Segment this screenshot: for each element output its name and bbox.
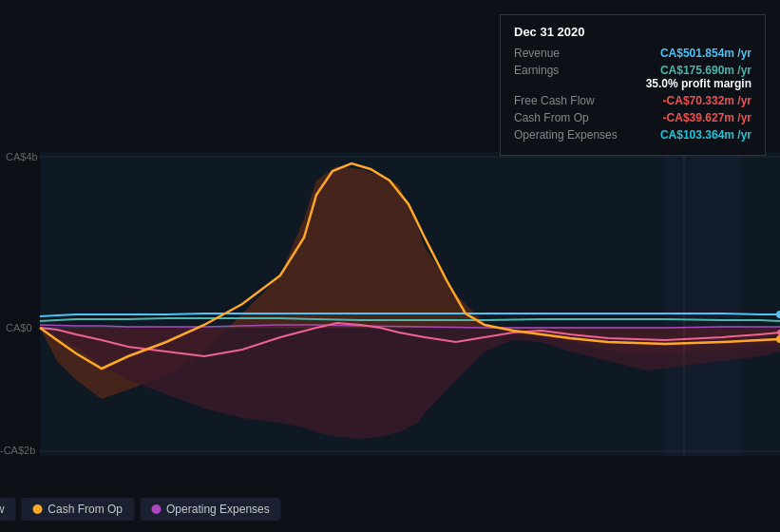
svg-text:CA$4b: CA$4b xyxy=(6,151,38,162)
tooltip-opex-value: CA$103.364m /yr xyxy=(660,128,751,142)
legend-cashop-label: Cash From Op xyxy=(48,503,123,516)
tooltip-cashop-value: -CA$39.627m /yr xyxy=(663,111,751,124)
legend-cashop-dot xyxy=(32,504,42,514)
tooltip-fcf: Free Cash Flow -CA$70.332m /yr xyxy=(514,94,751,107)
tooltip-revenue-label: Revenue xyxy=(514,47,560,60)
tooltip-panel: Dec 31 2020 Revenue CA$501.854m /yr Earn… xyxy=(500,14,766,156)
tooltip-earnings: Earnings CA$175.690m /yr 35.0% profit ma… xyxy=(514,64,751,90)
legend-opex-dot xyxy=(151,504,161,514)
legend-opex[interactable]: Operating Expenses xyxy=(140,498,281,521)
legend-opex-label: Operating Expenses xyxy=(166,503,270,516)
tooltip-profit-margin: 35.0% profit margin xyxy=(646,77,751,90)
svg-text:CA$0: CA$0 xyxy=(6,322,32,333)
tooltip-date: Dec 31 2020 xyxy=(514,25,751,39)
tooltip-revenue-value: CA$501.854m /yr xyxy=(660,47,751,60)
legend-cashop[interactable]: Cash From Op xyxy=(21,498,134,521)
svg-text:-CA$2b: -CA$2b xyxy=(0,445,35,456)
svg-rect-2 xyxy=(665,152,741,456)
tooltip-earnings-value: CA$175.690m /yr xyxy=(660,64,751,77)
legend-fcf-label: Free Cash Flow xyxy=(0,503,4,516)
tooltip-opex-label: Operating Expenses xyxy=(514,128,618,142)
tooltip-cashop-label: Cash From Op xyxy=(514,111,589,124)
legend-fcf[interactable]: Free Cash Flow xyxy=(0,498,15,521)
tooltip-fcf-value: -CA$70.332m /yr xyxy=(663,94,751,107)
chart-container: Dec 31 2020 Revenue CA$501.854m /yr Earn… xyxy=(0,0,780,532)
tooltip-opex: Operating Expenses CA$103.364m /yr xyxy=(514,128,751,142)
chart-legend: Revenue Earnings Free Cash Flow Cash Fro… xyxy=(0,498,390,521)
tooltip-earnings-label: Earnings xyxy=(514,64,559,77)
tooltip-cashop: Cash From Op -CA$39.627m /yr xyxy=(514,111,751,124)
tooltip-revenue: Revenue CA$501.854m /yr xyxy=(514,47,751,60)
tooltip-fcf-label: Free Cash Flow xyxy=(514,94,595,107)
